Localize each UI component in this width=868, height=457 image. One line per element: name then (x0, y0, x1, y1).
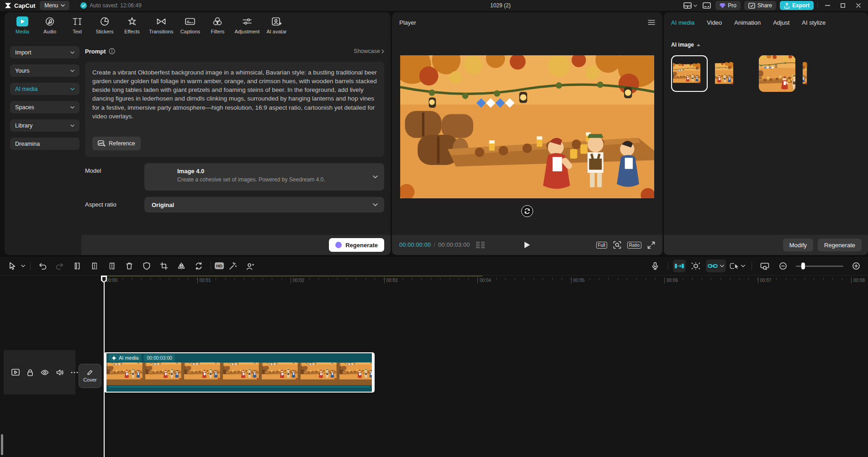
info-icon[interactable] (109, 48, 115, 54)
regenerate-button[interactable]: Regenerate (329, 238, 384, 252)
split-left-icon[interactable] (86, 259, 103, 273)
tab-adjustment[interactable]: Adjustment (234, 16, 259, 34)
zoom-out-icon[interactable] (775, 259, 791, 273)
select-cursor-icon[interactable] (6, 259, 18, 273)
effects-icon (127, 16, 137, 27)
mute-track-icon[interactable] (56, 369, 64, 376)
split-right-icon[interactable] (104, 259, 120, 273)
timeline-ruler[interactable]: 00:00 00:01 00:02 00:03 00:04 00:05 00:0… (0, 276, 868, 287)
tab-audio[interactable]: Audio (39, 16, 60, 34)
video-preview[interactable] (400, 55, 654, 198)
regenerate-image-button[interactable]: Regenerate (818, 239, 862, 251)
model-dropdown[interactable]: Image 4.0 Create a cohesive set of image… (144, 163, 384, 191)
zoom-focus-icon[interactable] (613, 241, 621, 249)
ai-media-clip[interactable]: AI media 00:00:03:00 (104, 352, 375, 393)
sidebar-item-library[interactable]: Library (10, 119, 79, 132)
sidebar-item-import[interactable]: Import (10, 46, 79, 58)
magic-wand-icon[interactable] (225, 259, 241, 273)
tab-label: Text (73, 29, 82, 34)
play-button[interactable] (524, 241, 530, 249)
prompt-input[interactable]: Create a vibrant Oktoberfest background … (85, 62, 384, 157)
lock-track-icon[interactable] (27, 369, 33, 376)
tab-ai-stylize[interactable]: AI stylize (802, 19, 826, 26)
player-menu-icon[interactable] (648, 20, 655, 25)
stickers-icon (100, 16, 110, 27)
tab-captions[interactable]: Captions (180, 16, 201, 34)
tab-transitions[interactable]: Transitions (149, 16, 173, 34)
adjust-layout-icon[interactable] (702, 1, 712, 10)
full-preview-button[interactable]: Full (596, 242, 607, 249)
reference-button[interactable]: Reference (92, 137, 141, 150)
cursor-mode-chevron-icon[interactable] (19, 259, 26, 273)
minimize-button[interactable] (821, 0, 833, 11)
preview-quality-icon[interactable] (757, 259, 773, 273)
crop-icon[interactable] (156, 259, 172, 273)
media-panel: Media Audio Text Stickers Effects Transi… (5, 12, 391, 255)
sidebar-item-dreamina[interactable]: Dreamina (10, 138, 79, 150)
ratio-button[interactable]: Ratio (627, 242, 641, 249)
sidebar-item-spaces[interactable]: Spaces (10, 101, 79, 113)
cover-button[interactable]: Cover (79, 364, 101, 388)
mask-icon[interactable] (138, 259, 155, 273)
tab-label: Stickers (95, 29, 113, 34)
capcut-logo-icon (5, 2, 11, 9)
ai-image-section-toggle[interactable]: AI image (664, 32, 868, 48)
zoom-in-icon[interactable] (848, 259, 864, 273)
tab-filters[interactable]: Filters (207, 16, 228, 34)
sidebar-item-yours[interactable]: Yours (10, 64, 79, 77)
tab-adjust[interactable]: Adjust (773, 19, 789, 26)
tab-text[interactable]: Text (67, 16, 88, 34)
mirror-icon[interactable] (173, 259, 190, 273)
tab-video[interactable]: Video (707, 19, 722, 26)
tab-ai-avatar[interactable]: AI avatar (266, 16, 287, 34)
track-select-mode[interactable] (728, 260, 747, 272)
aspect-ratio-dropdown[interactable]: Original (144, 197, 384, 213)
zoom-slider-knob[interactable] (801, 263, 805, 270)
ai-image-result-3[interactable] (759, 55, 795, 92)
toolbar-divider (752, 262, 752, 270)
chevron-right-icon (381, 49, 384, 53)
fullscreen-icon[interactable] (647, 241, 655, 249)
snap-magnet-toggle[interactable] (673, 260, 686, 272)
ai-image-result-2[interactable] (715, 55, 752, 92)
replace-icon[interactable] (191, 259, 207, 273)
layout-panels-icon[interactable] (683, 1, 693, 10)
ai-image-result-1-selected[interactable] (671, 55, 708, 92)
split-tracks-icon[interactable] (688, 259, 704, 273)
layout-chevron-icon[interactable] (693, 1, 698, 10)
reset-loop-button[interactable] (521, 205, 533, 217)
close-button[interactable] (852, 0, 864, 11)
pro-button[interactable]: Pro (715, 1, 741, 10)
ai-image-result-4[interactable] (803, 55, 839, 92)
playhead-handle[interactable] (101, 276, 107, 283)
redo-icon[interactable] (52, 259, 68, 273)
vertical-scrollbar-thumb[interactable] (1, 434, 3, 455)
modify-button[interactable]: Modify (783, 239, 813, 251)
hd-quality-button[interactable]: HD (215, 262, 224, 269)
showcase-link[interactable]: Showcase (354, 48, 384, 54)
timeline-zoom-slider[interactable] (796, 266, 843, 267)
share-button[interactable]: Share (744, 1, 776, 10)
voiceover-mic-icon[interactable] (647, 259, 663, 273)
delete-icon[interactable] (121, 259, 138, 273)
timeline-toolbar: HD (0, 256, 868, 276)
ai-actor-icon[interactable] (242, 259, 259, 273)
sidebar-item-label: AI media (15, 86, 37, 92)
ruler-label: 00:06 (664, 277, 758, 283)
frame-view-icon[interactable] (476, 242, 485, 248)
tab-ai-media[interactable]: AI media (671, 19, 694, 26)
hide-track-icon[interactable] (41, 370, 49, 375)
tab-stickers[interactable]: Stickers (94, 16, 115, 34)
undo-icon[interactable] (34, 259, 51, 273)
split-icon[interactable] (69, 259, 85, 273)
menu-button[interactable]: Menu (40, 1, 69, 10)
track-more-icon[interactable] (71, 372, 78, 373)
export-button[interactable]: Export (780, 1, 814, 10)
link-clips-toggle[interactable] (706, 260, 726, 272)
tab-media[interactable]: Media (12, 16, 33, 34)
chevron-down-icon (70, 106, 74, 109)
tab-animation[interactable]: Animation (734, 19, 761, 26)
sidebar-item-ai-media[interactable]: AI media (10, 83, 79, 95)
tab-effects[interactable]: Effects (122, 16, 143, 34)
maximize-button[interactable] (837, 0, 849, 11)
